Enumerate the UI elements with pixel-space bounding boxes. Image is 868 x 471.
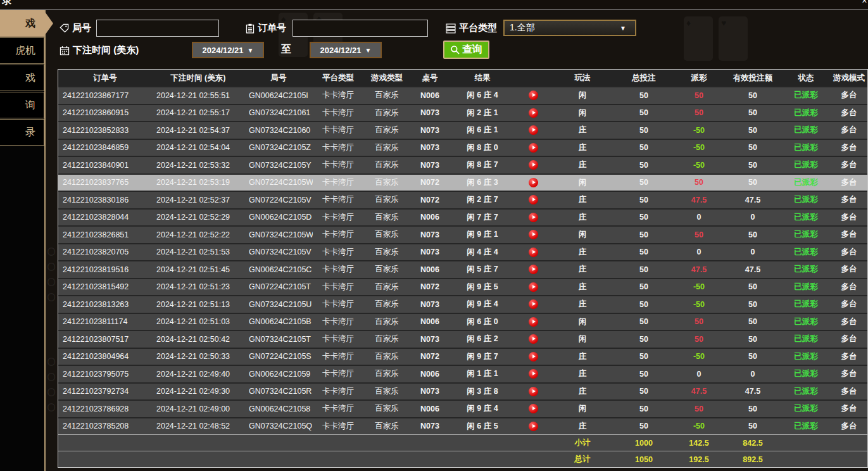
table-row[interactable]: 2412210238132632024-12-21 02:51:13GN0732… [58,295,867,313]
cell-game-type: 百家乐 [363,368,410,379]
search-button[interactable]: 查询 [443,41,489,59]
cell-round: GN00624C2105I [244,91,313,100]
table-header-row: 订单号下注时间 (美东)局号平台类型游戏类型桌号结果玩法总投注派彩有效投注额状态… [58,70,867,86]
table-row[interactable]: 2412210238671772024-12-21 02:55:51GN0062… [58,86,867,104]
cell-replay [515,178,551,187]
cell-mode: 多台 [831,194,867,205]
replay-play-icon[interactable] [529,422,538,431]
table-row[interactable]: 2412210238195162024-12-21 02:51:45GN0062… [58,260,867,278]
column-header-6: 结果 [450,73,515,84]
table-row[interactable]: 2412210238268512024-12-21 02:52:22GN0732… [58,225,867,243]
replay-play-icon[interactable] [529,248,538,257]
cell-total-bet: 50 [614,405,674,413]
cell-bet-time: 2024-12-21 02:52:37 [152,196,244,204]
cell-payout: 50 [674,91,724,100]
replay-play-icon[interactable] [529,143,538,153]
cell-status: 已派彩 [781,299,831,310]
cell-mode: 多台 [831,334,867,344]
cell-status: 已派彩 [781,142,831,153]
cell-total-bet: 50 [614,265,674,274]
date-to-picker[interactable]: 2024/12/21 ▼ [310,42,382,58]
table-row[interactable]: 2412210238301862024-12-21 02:52:37GN0722… [58,191,867,208]
replay-play-icon[interactable] [529,369,538,379]
replay-play-icon[interactable] [529,178,538,187]
cell-total-bet: 50 [614,352,674,361]
replay-play-icon[interactable] [529,108,538,118]
cell-bet-type: 庄 [551,368,614,379]
cell-round: GN07324C2105T [244,335,313,344]
column-header-8: 玩法 [551,73,614,84]
cell-platform: 卡卡湾厅 [313,421,363,432]
replay-play-icon[interactable] [529,125,538,135]
replay-play-icon[interactable] [529,317,538,327]
table-row[interactable]: 2412210238207052024-12-21 02:51:53GN0732… [58,243,867,261]
replay-play-icon[interactable] [529,195,538,204]
cell-valid-bet: 50 [724,108,781,117]
cell-round: GN00624C2105D [244,213,313,222]
table-row[interactable]: 2412210237852082024-12-21 02:48:52GN0732… [58,417,867,435]
cell-valid-bet: 50 [724,335,781,344]
table-row[interactable]: 2412210238409012024-12-21 02:53:32GN0732… [58,156,867,173]
cell-result: 闲 6 庄 1 [450,125,515,135]
replay-play-icon[interactable] [529,334,538,344]
subtotal-label: 小计 [551,437,614,448]
cell-game-type: 百家乐 [363,334,410,344]
cell-game-type: 百家乐 [363,403,410,414]
table-row[interactable]: 2412210237927342024-12-21 02:49:30GN0732… [58,382,867,400]
cell-platform: 卡卡湾厅 [313,403,363,414]
platform-type-value: 1.全部 [510,22,535,34]
sidebar-item-2[interactable]: 戏 [0,65,44,91]
cell-mode: 多台 [831,229,867,240]
cell-bet-time: 2024-12-21 02:49:30 [152,387,244,396]
cell-payout: -50 [674,282,724,291]
table-row[interactable]: 2412210237869282024-12-21 02:49:00GN0062… [58,399,867,417]
table-row[interactable]: 2412210238280442024-12-21 02:52:29GN0062… [58,208,867,226]
cell-result: 闲 9 庄 5 [450,282,515,292]
platform-type-select[interactable]: 1.全部 ▼ [503,20,636,36]
cell-platform: 卡卡湾厅 [313,125,363,135]
cell-game-type: 百家乐 [363,194,410,205]
replay-play-icon[interactable] [529,91,538,100]
cell-bet-time: 2024-12-21 02:48:52 [152,422,244,430]
replay-play-icon[interactable] [529,160,538,170]
replay-play-icon[interactable] [529,282,538,292]
cell-replay [515,422,551,431]
replay-play-icon[interactable] [529,352,538,361]
order-number-input[interactable] [292,20,428,37]
sidebar-item-4[interactable]: 录 [0,119,44,146]
date-from-picker[interactable]: 2024/12/21 ▼ [192,42,264,58]
table-row[interactable]: 2412210238075172024-12-21 02:50:42GN0732… [58,330,867,348]
table-row[interactable]: 2412210238377652024-12-21 02:53:19GN0722… [58,173,867,191]
table-row[interactable]: 2412210238528332024-12-21 02:54:37GN0732… [58,121,867,139]
table-row[interactable]: 2412210238111742024-12-21 02:51:03GN0062… [58,313,867,330]
sidebar-item-3[interactable]: 询 [0,92,44,118]
cell-payout: 50 [674,405,724,413]
total-total-bet: 1050 [614,455,674,464]
replay-play-icon[interactable] [529,265,538,274]
window-close-icon[interactable]: ✕ [862,0,867,5]
cell-valid-bet: 50 [724,143,781,152]
cell-order: 241221023792734 [58,387,152,396]
table-row[interactable]: 2412210237950752024-12-21 02:49:40GN0062… [58,365,867,382]
cell-payout: 0 [674,248,724,256]
table-row[interactable]: 2412210238609152024-12-21 02:55:17GN0732… [58,104,867,122]
replay-play-icon[interactable] [529,213,538,222]
cell-status: 已派彩 [781,368,831,379]
cell-bet-time: 2024-12-21 02:51:23 [152,282,244,291]
replay-play-icon[interactable] [529,404,538,413]
cell-total-bet: 50 [614,196,674,204]
table-row[interactable]: 2412210238049642024-12-21 02:50:33GN0722… [58,348,867,365]
cell-status: 已派彩 [781,160,831,170]
table-row[interactable]: 2412210238468592024-12-21 02:54:04GN0732… [58,139,867,156]
column-header-4: 游戏类型 [363,73,410,84]
table-row[interactable]: 2412210238154922024-12-21 02:51:23GN0722… [58,278,867,296]
replay-play-icon[interactable] [529,230,538,239]
cell-table-no: N073 [410,161,450,170]
cell-game-type: 百家乐 [363,264,410,275]
replay-play-icon[interactable] [529,299,538,309]
round-number-input[interactable] [96,20,219,37]
sidebar-item-0[interactable]: 戏 [0,10,44,37]
cell-round: GN00624C2105B [244,317,313,326]
replay-play-icon[interactable] [529,387,538,396]
sidebar-item-1[interactable]: 虎机 [0,37,44,64]
